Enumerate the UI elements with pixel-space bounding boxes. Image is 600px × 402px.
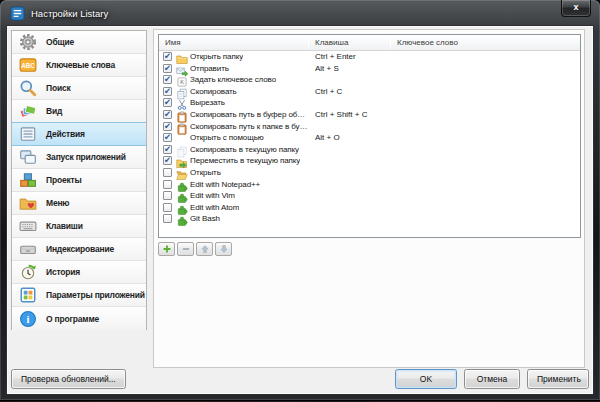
copy-icon [176, 86, 188, 98]
action-hotkey: Alt + S [315, 63, 339, 75]
cut-icon [176, 97, 188, 109]
ok-button[interactable]: OK [395, 369, 457, 389]
checkbox[interactable] [163, 156, 172, 165]
action-name: Задать ключевое слово [190, 74, 276, 86]
titlebar[interactable]: Настройки Listary x [0, 0, 600, 26]
column-separator[interactable] [390, 36, 391, 49]
checkbox[interactable] [163, 64, 172, 73]
sidebar-item-label: Вид [46, 106, 62, 116]
check-updates-button[interactable]: Проверка обновлений... [11, 369, 126, 389]
checkbox[interactable] [163, 110, 172, 119]
table-row[interactable]: KЗадать ключевое слово [159, 74, 580, 86]
checkbox[interactable] [163, 180, 172, 189]
column-separator[interactable] [308, 36, 309, 49]
action-name: Edit with Vim [190, 190, 235, 202]
table-row[interactable]: Открыть [159, 167, 580, 179]
action-hotkey: Alt + O [315, 132, 340, 144]
table-row[interactable]: Скопировать путь в буфер обменаCtrl + Sh… [159, 109, 580, 121]
checkbox[interactable] [163, 122, 172, 131]
checkbox[interactable] [163, 191, 172, 200]
table-row[interactable]: Edit with Notepad++ [159, 179, 580, 191]
cancel-button[interactable]: Отмена [464, 369, 520, 389]
history-icon [19, 263, 37, 281]
sidebar-item-1[interactable]: ABCКлючевые слова [12, 54, 146, 77]
table-row[interactable]: СкопироватьCtrl + C [159, 86, 580, 98]
close-button[interactable]: x [561, 0, 591, 17]
actions-panel: Имя Клавиша Ключевое слово Открыть папку… [153, 29, 585, 368]
table-row[interactable]: Открыть папкуCtrl + Enter [159, 51, 580, 63]
checkbox[interactable] [163, 145, 172, 154]
launch-icon [19, 148, 37, 166]
projects-icon [19, 171, 37, 189]
clipboard-icon [176, 109, 188, 121]
sidebar-item-label: Меню [46, 198, 69, 208]
move-icon [176, 155, 188, 167]
table-row[interactable]: Edit with Atom [159, 202, 580, 214]
sidebar-item-7[interactable]: Меню [12, 192, 146, 215]
action-hotkey: Ctrl + Enter [315, 51, 356, 63]
action-name: Edit with Notepad++ [190, 179, 260, 191]
table-row[interactable]: Скопировать путь к папке в буфер обм... [159, 121, 580, 133]
action-name: Git Bash [190, 213, 220, 225]
sidebar-item-label: О программе [46, 314, 99, 324]
view-icon [19, 102, 37, 120]
table-row[interactable]: Edit with Vim [159, 190, 580, 202]
action-name: Скопировать путь к папке в буфер обм... [190, 121, 309, 133]
table-row[interactable]: Вырезать [159, 97, 580, 109]
desktop-background: Настройки Listary x ОбщиеABCКлючевые сло… [0, 0, 600, 402]
table-row[interactable]: Скопировать в текущую папку [159, 144, 580, 156]
sidebar-item-9[interactable]: Индексирование [12, 238, 146, 261]
action-name: Отправить [190, 63, 229, 75]
sidebar-item-label: Проекты [46, 175, 82, 185]
action-name: Открыть папку [190, 51, 243, 63]
checkbox[interactable] [163, 98, 172, 107]
checkbox[interactable] [163, 52, 172, 61]
checkbox[interactable] [163, 87, 172, 96]
plugin-icon [176, 202, 188, 214]
app-icon [10, 6, 25, 21]
sidebar-item-3[interactable]: Вид [12, 100, 146, 123]
sidebar-item-8[interactable]: Клавиши [12, 215, 146, 238]
move-up-button[interactable] [196, 242, 213, 256]
table-body: Открыть папкуCtrl + EnterОтправитьAlt + … [159, 51, 580, 225]
list-edit-toolbar [158, 242, 232, 256]
column-header-name[interactable]: Имя [165, 38, 181, 47]
arrow-up-icon [200, 240, 210, 258]
table-row[interactable]: Git Bash [159, 213, 580, 225]
table-row[interactable]: Открыть с помощьюAlt + O [159, 132, 580, 144]
sidebar-item-11[interactable]: Параметры приложений [12, 284, 146, 307]
sidebar-item-label: Параметры приложений [46, 290, 145, 300]
table-row[interactable]: ОтправитьAlt + S [159, 63, 580, 75]
sidebar-item-5[interactable]: Запуск приложений [12, 146, 146, 169]
add-button[interactable] [158, 242, 175, 256]
checkbox[interactable] [163, 203, 172, 212]
checkbox[interactable] [163, 168, 172, 177]
settings-sidebar: ОбщиеABCКлючевые словаПоискВидДействияЗа… [11, 30, 147, 330]
action-name: Edit with Atom [190, 202, 239, 214]
column-header-key[interactable]: Клавиша [315, 38, 348, 47]
checkbox[interactable] [163, 214, 172, 223]
remove-button[interactable] [177, 242, 194, 256]
column-header-keyword[interactable]: Ключевое слово [397, 38, 458, 47]
svg-text:ABC: ABC [21, 62, 35, 69]
move-down-button[interactable] [215, 242, 232, 256]
close-icon: x [573, 2, 578, 12]
sidebar-item-12[interactable]: iО программе [12, 307, 146, 330]
svg-text:K: K [180, 79, 184, 85]
checkbox[interactable] [163, 133, 172, 142]
sidebar-item-2[interactable]: Поиск [12, 77, 146, 100]
keyboard-icon [19, 217, 37, 235]
sidebar-item-label: Ключевые слова [46, 60, 115, 70]
checkbox[interactable] [163, 75, 172, 84]
sidebar-item-0[interactable]: Общие [12, 31, 146, 54]
sidebar-item-label: Индексирование [46, 244, 114, 254]
sidebar-item-label: Действия [46, 129, 85, 139]
sidebar-item-6[interactable]: Проекты [12, 169, 146, 192]
app-options-icon [19, 286, 37, 304]
sidebar-item-4[interactable]: Действия [12, 122, 146, 146]
table-row[interactable]: Переместить в текущую папку [159, 155, 580, 167]
sidebar-item-label: Поиск [46, 83, 71, 93]
gear-icon [19, 33, 37, 51]
apply-button[interactable]: Применить [527, 369, 589, 389]
sidebar-item-10[interactable]: История [12, 261, 146, 284]
